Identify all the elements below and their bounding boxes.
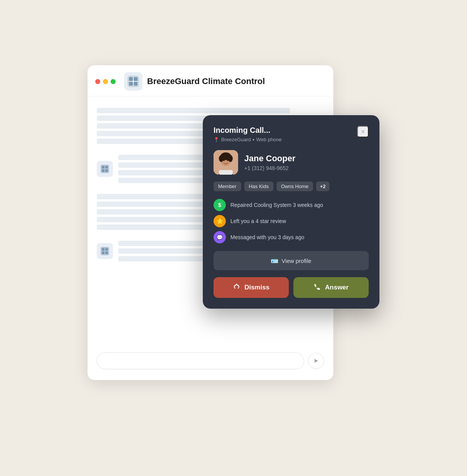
tag-owns-home[interactable]: Owns Home xyxy=(277,182,313,191)
dismiss-label: Dismiss xyxy=(244,284,269,291)
contact-info: Jane Cooper +1 (312) 948-9652 xyxy=(244,154,295,171)
activity-text-repair: Repaired Cooling System 3 weeks ago xyxy=(230,202,323,208)
view-profile-button[interactable]: 🪪 View profile xyxy=(214,251,369,270)
dismiss-icon xyxy=(233,283,240,293)
modal-subtitle: 📍 BreezeGuard Web phone xyxy=(214,137,282,142)
svg-rect-16 xyxy=(105,251,108,254)
svg-point-22 xyxy=(228,155,233,162)
star-icon: ⭐ xyxy=(217,218,223,224)
input-area xyxy=(97,352,324,369)
contact-section: Jane Cooper +1 (312) 948-9652 xyxy=(214,150,369,175)
titlebar: BreezeGuard Climate Control xyxy=(88,65,333,96)
modal-header: Incoming Call... 📍 BreezeGuard Web phone… xyxy=(214,126,369,142)
activity-list: $ Repaired Cooling System 3 weeks ago ⭐ … xyxy=(214,199,369,243)
svg-rect-2 xyxy=(134,77,137,81)
call-modal: Incoming Call... 📍 BreezeGuard Web phone… xyxy=(203,115,379,309)
bar xyxy=(97,123,210,129)
minimize-traffic-light[interactable] xyxy=(103,79,108,84)
activity-item-message: 💬 Messaged with you 3 days ago xyxy=(214,231,369,243)
close-traffic-light[interactable] xyxy=(95,79,100,84)
profile-icon: 🪪 xyxy=(271,257,278,264)
svg-point-21 xyxy=(219,155,224,162)
activity-text-review: Left you a 4 star review xyxy=(230,218,286,224)
app-title: BreezeGuard Climate Control xyxy=(147,76,265,86)
action-buttons: Dismiss Answer xyxy=(214,277,369,298)
content-icon-4 xyxy=(97,243,113,259)
traffic-lights xyxy=(95,79,116,84)
contact-name: Jane Cooper xyxy=(244,154,295,164)
svg-rect-4 xyxy=(134,82,137,86)
modal-title: Incoming Call... xyxy=(214,126,282,135)
call-source: BreezeGuard xyxy=(221,137,251,142)
svg-rect-13 xyxy=(102,248,104,251)
scene: BreezeGuard Climate Control xyxy=(88,65,379,411)
chat-input[interactable] xyxy=(97,352,304,369)
svg-point-23 xyxy=(223,159,225,161)
call-channel: Web phone xyxy=(256,137,282,142)
avatar xyxy=(214,150,238,175)
svg-rect-8 xyxy=(102,166,104,169)
subtitle-separator xyxy=(253,139,254,140)
send-button[interactable] xyxy=(308,353,324,369)
tag-more[interactable]: +2 xyxy=(316,182,330,191)
svg-rect-1 xyxy=(129,77,133,81)
activity-text-message: Messaged with you 3 days ago xyxy=(230,234,304,240)
contact-phone: +1 (312) 948-9652 xyxy=(244,165,295,171)
location-pin-icon: 📍 xyxy=(214,137,219,142)
activity-item-review: ⭐ Left you a 4 star review xyxy=(214,215,369,227)
activity-icon-message: 💬 xyxy=(214,231,226,243)
svg-rect-14 xyxy=(105,248,108,251)
activity-icon-repair: $ xyxy=(214,199,226,211)
svg-rect-11 xyxy=(105,169,108,172)
activity-icon-review: ⭐ xyxy=(214,215,226,227)
app-logo-icon xyxy=(124,72,142,91)
fullscreen-traffic-light[interactable] xyxy=(111,79,116,84)
message-icon: 💬 xyxy=(217,235,223,240)
svg-rect-10 xyxy=(102,169,104,172)
modal-header-info: Incoming Call... 📍 BreezeGuard Web phone xyxy=(214,126,282,142)
tags-row: Member Has Kids Owns Home +2 xyxy=(214,182,369,191)
svg-point-24 xyxy=(227,159,229,161)
close-button[interactable]: × xyxy=(357,126,369,137)
bar xyxy=(97,209,210,215)
view-profile-label: View profile xyxy=(282,258,311,264)
svg-rect-3 xyxy=(129,82,133,86)
answer-button[interactable]: Answer xyxy=(293,277,369,298)
dismiss-button[interactable]: Dismiss xyxy=(214,277,289,298)
tag-has-kids[interactable]: Has Kids xyxy=(244,182,273,191)
activity-item-repair: $ Repaired Cooling System 3 weeks ago xyxy=(214,199,369,211)
dollar-icon: $ xyxy=(218,202,221,208)
bar xyxy=(97,108,290,113)
svg-rect-25 xyxy=(219,170,233,175)
svg-rect-9 xyxy=(105,166,108,169)
answer-icon xyxy=(313,283,321,293)
content-icon-2 xyxy=(97,161,113,177)
answer-label: Answer xyxy=(325,284,348,291)
svg-rect-15 xyxy=(102,251,104,254)
tag-member[interactable]: Member xyxy=(214,182,241,191)
